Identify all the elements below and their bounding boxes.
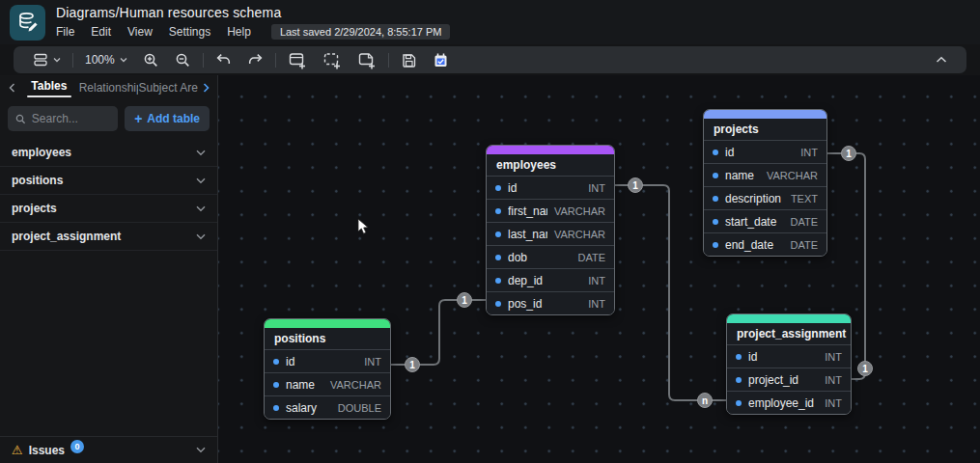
table-header[interactable]: positions: [265, 328, 390, 349]
redo-button[interactable]: [239, 46, 271, 73]
field-row: idINT: [265, 349, 390, 372]
redo-icon: [247, 52, 264, 68]
field-name: pos_id: [508, 297, 581, 311]
diagram-table-project-assignment[interactable]: project_assignment idINT project_idINT e…: [726, 313, 852, 415]
add-table-button[interactable]: + Add table: [125, 106, 210, 131]
search-icon: [15, 113, 26, 125]
field-dot-icon: [713, 242, 718, 248]
layout-icon: [33, 52, 48, 68]
table-name: project_assignment: [737, 327, 846, 340]
add-note-tool-button[interactable]: [350, 46, 384, 73]
view-layout-button[interactable]: [25, 46, 69, 73]
menu-help[interactable]: Help: [227, 23, 260, 41]
tab-relationships[interactable]: Relationships: [79, 77, 139, 97]
diagram-canvas[interactable]: 1 n 1 1 1 1 employees idINT first_nameVA…: [218, 75, 980, 463]
field-type: DATE: [577, 252, 605, 263]
tabs-scroll-right[interactable]: [198, 83, 213, 93]
field-row: first_nameVARCHAR: [487, 199, 614, 222]
menu-view[interactable]: View: [127, 23, 161, 41]
zoom-in-button[interactable]: [135, 46, 167, 73]
last-saved-badge: Last saved 2/29/2024, 8:55:17 PM: [271, 24, 451, 40]
field-type: INT: [800, 147, 818, 158]
add-note-icon: [357, 51, 377, 69]
undo-button[interactable]: [208, 46, 239, 73]
field-dot-icon: [495, 185, 501, 191]
field-name: salary: [286, 401, 331, 415]
field-row: salaryDOUBLE: [265, 395, 390, 419]
field-name: employee_id: [748, 396, 818, 410]
sidebar-item-projects[interactable]: projects: [0, 195, 217, 223]
field-type: DOUBLE: [338, 402, 381, 414]
chevron-left-icon: [9, 83, 15, 93]
document-title: Diagrams/Human resources schema: [56, 5, 450, 21]
toolbar-divider: [203, 53, 204, 68]
field-name: start_date: [725, 215, 783, 229]
field-type: INT: [825, 351, 842, 363]
menu-settings[interactable]: Settings: [169, 23, 219, 41]
field-row: descriptionTEXT: [704, 186, 826, 209]
add-area-tool-button[interactable]: [315, 46, 350, 73]
table-name: positions: [274, 332, 325, 345]
diagram-table-employees[interactable]: employees idINT first_nameVARCHAR last_n…: [486, 145, 615, 315]
issues-left: ⚠ Issues 0: [12, 444, 84, 457]
search-box[interactable]: [8, 106, 118, 131]
chevron-down-icon: [196, 447, 206, 453]
cardinality-badge: 1: [857, 361, 873, 376]
chevron-up-icon: [936, 56, 947, 64]
tab-relationships-label: Relationships: [79, 81, 139, 95]
menubar: File Edit View Settings Help Last saved …: [56, 23, 450, 41]
cardinality-badge: 1: [405, 357, 420, 372]
table-header[interactable]: project_assignment: [727, 323, 851, 344]
field-dot-icon: [495, 301, 501, 307]
body: Tables Relationships Subject Are: [0, 75, 980, 463]
menu-file[interactable]: File: [56, 23, 83, 41]
tab-tables-label: Tables: [31, 79, 67, 93]
field-name: id: [725, 146, 794, 159]
zoom-level-dropdown[interactable]: 100%: [77, 46, 135, 73]
table-name: employees: [496, 158, 556, 172]
field-row: start_dateDATE: [704, 209, 826, 232]
drawdb-app: Diagrams/Human resources schema File Edi…: [0, 0, 980, 463]
table-color-strip: [487, 146, 614, 154]
menu-edit[interactable]: Edit: [91, 23, 120, 41]
tabs-scroll-left[interactable]: [4, 83, 19, 93]
field-name: project_id: [748, 373, 818, 387]
sidebar-item-positions[interactable]: positions: [0, 167, 217, 195]
field-name: id: [508, 181, 581, 195]
table-header[interactable]: projects: [704, 119, 826, 140]
chevron-right-icon: [203, 83, 210, 93]
table-header[interactable]: employees: [487, 154, 614, 176]
issues-panel-toggle[interactable]: ⚠ Issues 0: [0, 436, 217, 463]
field-dot-icon: [736, 354, 742, 360]
zoom-out-button[interactable]: [167, 46, 199, 73]
toolbar-divider: [275, 53, 276, 68]
diagram-table-projects[interactable]: projects idINT nameVARCHAR descriptionTE…: [703, 109, 827, 257]
plus-icon: +: [134, 111, 142, 126]
cardinality-badge: 1: [841, 146, 856, 161]
field-row: pos_idINT: [487, 291, 614, 314]
table-name: projects: [714, 123, 759, 136]
field-type: INT: [588, 298, 605, 310]
save-icon: [401, 52, 417, 68]
app-logo[interactable]: [10, 5, 45, 41]
zoom-out-icon: [175, 52, 191, 68]
field-row: end_dateDATE: [704, 232, 826, 256]
todo-button[interactable]: [425, 46, 457, 73]
field-type: VARCHAR: [330, 379, 381, 391]
diagram-table-positions[interactable]: positions idINT nameVARCHAR salaryDOUBLE: [264, 318, 391, 420]
field-name: dep_id: [508, 274, 581, 287]
titlebar-text-block: Diagrams/Human resources schema File Edi…: [56, 5, 450, 41]
tab-tables[interactable]: Tables: [19, 75, 79, 100]
field-row: employee_idINT: [727, 391, 851, 414]
save-button[interactable]: [393, 46, 425, 73]
sidebar-item-employees[interactable]: employees: [0, 139, 217, 167]
tab-subject-areas[interactable]: Subject Are: [138, 77, 198, 97]
zoom-in-icon: [143, 52, 159, 68]
add-table-tool-button[interactable]: [280, 46, 315, 73]
sidebar: Tables Relationships Subject Are: [0, 75, 218, 463]
add-table-label: Add table: [147, 112, 200, 125]
sidebar-item-project-assignment[interactable]: project_assignment: [0, 223, 217, 251]
collapse-header-button[interactable]: [928, 46, 955, 73]
search-input[interactable]: [32, 112, 110, 125]
undo-icon: [215, 52, 232, 68]
